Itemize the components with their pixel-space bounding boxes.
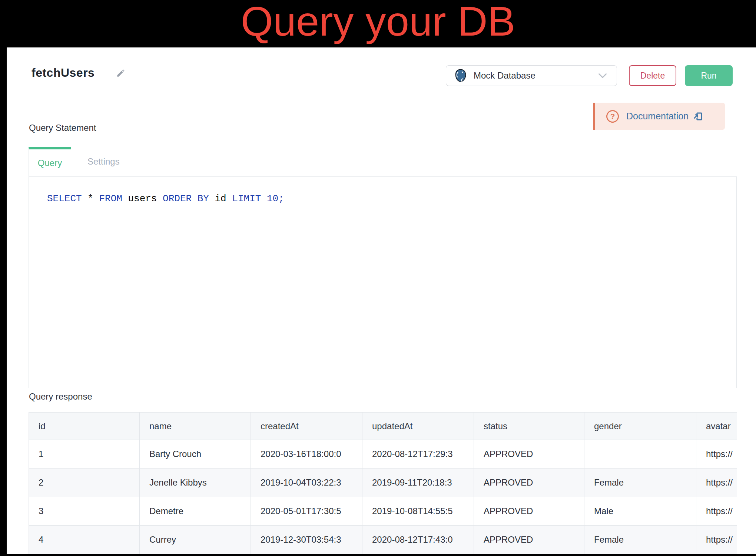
- query-response-table[interactable]: id name createdAt updatedAt status gende…: [29, 412, 737, 554]
- table-row: 1 Barty Crouch 2020-03-16T18:00:0 2020-0…: [29, 440, 737, 469]
- page-banner-title: Query your DB: [241, 1, 515, 42]
- cell: [584, 440, 696, 469]
- postgres-icon: [454, 69, 468, 83]
- table-row: 3 Demetre 2020-05-01T17:30:5 2019-10-08T…: [29, 497, 737, 526]
- app-window: fetchUsers Mock Database Delete Run: [7, 47, 756, 554]
- cell: 2020-05-01T17:30:5: [251, 497, 362, 526]
- database-select[interactable]: Mock Database: [446, 65, 617, 86]
- cell: Currey: [140, 526, 251, 554]
- table-header-row: id name createdAt updatedAt status gende…: [29, 413, 737, 440]
- cell: APPROVED: [474, 497, 584, 526]
- query-name-title: fetchUsers: [32, 66, 94, 80]
- chevron-down-icon: [598, 73, 607, 79]
- cell: 2: [29, 469, 140, 497]
- documentation-label: Documentation: [626, 111, 689, 122]
- cell: https://: [696, 526, 737, 554]
- cell: https://: [696, 440, 737, 469]
- external-link-icon: [693, 111, 703, 122]
- delete-button[interactable]: Delete: [629, 65, 676, 86]
- cell: 2019-12-30T03:54:3: [251, 526, 362, 554]
- cell: 2020-03-16T18:00:0: [251, 440, 362, 469]
- cell: 2020-08-12T17:43:0: [362, 526, 474, 554]
- query-response-label: Query response: [29, 391, 92, 402]
- sql-editor[interactable]: SELECT * FROM users ORDER BY id LIMIT 10…: [29, 176, 737, 388]
- cell: Jenelle Kibbys: [140, 469, 251, 497]
- edit-icon[interactable]: [116, 68, 126, 78]
- cell: Demetre: [140, 497, 251, 526]
- cell: 2019-10-08T14:55:5: [362, 497, 474, 526]
- cell: https://: [696, 469, 737, 497]
- cell: https://: [696, 497, 737, 526]
- cell: 2019-09-11T20:18:3: [362, 469, 474, 497]
- column-header-avatar: avatar: [696, 413, 737, 440]
- cell: Male: [584, 497, 696, 526]
- cell: 3: [29, 497, 140, 526]
- column-header-name: name: [140, 413, 251, 440]
- cell: APPROVED: [474, 469, 584, 497]
- column-header-id: id: [29, 413, 140, 440]
- query-statement-label: Query Statement: [29, 123, 96, 133]
- statement-tabs: Query Settings: [29, 147, 136, 176]
- table-row: 2 Jenelle Kibbys 2019-10-04T03:22:3 2019…: [29, 469, 737, 497]
- help-icon: ?: [606, 110, 619, 123]
- documentation-link[interactable]: ? Documentation: [593, 103, 725, 130]
- table-row: 4 Currey 2019-12-30T03:54:3 2020-08-12T1…: [29, 526, 737, 554]
- cell: Female: [584, 469, 696, 497]
- cell: Barty Crouch: [140, 440, 251, 469]
- run-button[interactable]: Run: [685, 65, 733, 86]
- database-select-value: Mock Database: [474, 70, 598, 81]
- query-name-row: fetchUsers: [32, 66, 126, 80]
- cell: 4: [29, 526, 140, 554]
- cell: 1: [29, 440, 140, 469]
- page-banner: Query your DB: [0, 0, 756, 47]
- column-header-status: status: [474, 413, 584, 440]
- cell: 2019-10-04T03:22:3: [251, 469, 362, 497]
- cell: APPROVED: [474, 526, 584, 554]
- tab-settings[interactable]: Settings: [71, 147, 136, 176]
- tab-query[interactable]: Query: [29, 147, 71, 176]
- column-header-updatedAt: updatedAt: [362, 413, 474, 440]
- cell: Female: [584, 526, 696, 554]
- sql-statement: SELECT * FROM users ORDER BY id LIMIT 10…: [29, 177, 736, 204]
- column-header-createdAt: createdAt: [251, 413, 362, 440]
- cell: APPROVED: [474, 440, 584, 469]
- column-header-gender: gender: [584, 413, 696, 440]
- cell: 2020-08-12T17:29:3: [362, 440, 474, 469]
